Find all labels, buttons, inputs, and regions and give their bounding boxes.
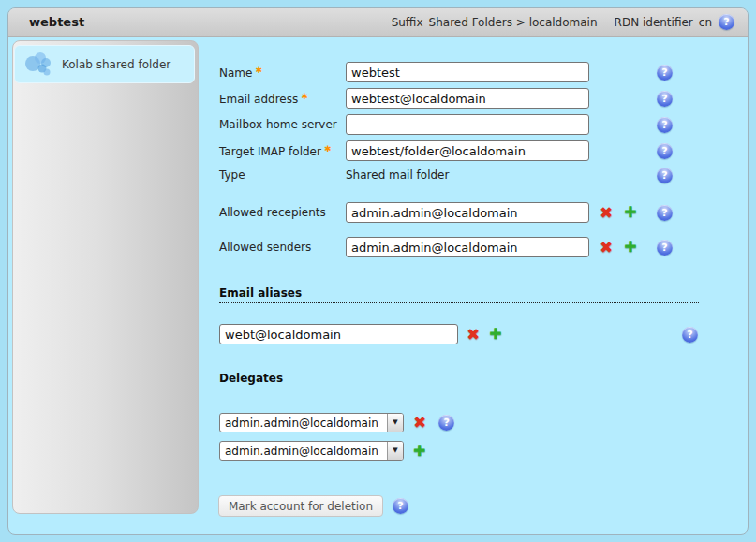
rdn-identifier-label: RDN identifier [615, 16, 693, 29]
email-address-label: Email address✱ [219, 92, 346, 106]
section-delegates-heading: Delegates [219, 372, 699, 388]
required-star-icon: ✱ [301, 92, 308, 101]
help-icon[interactable]: ? [657, 117, 673, 133]
form-row-allowed-senders: Allowed senders ✖ ✚ ? [219, 237, 637, 257]
required-star-icon: ✱ [255, 66, 262, 75]
delegate-select-value: admin.admin@localdomain [220, 417, 387, 430]
delegate-select[interactable]: admin.admin@localdomain ▼ [219, 441, 404, 461]
tab-label: Kolab shared folder [62, 58, 170, 71]
target-imap-folder-label: Target IMAP folder✱ [219, 144, 346, 158]
form-row-target-imap-folder: Target IMAP folder✱ ? [219, 140, 589, 161]
mailbox-home-server-input[interactable] [346, 114, 589, 135]
type-value: Shared mail folder [346, 168, 449, 182]
titlebar: webtest Suffix Shared Folders > localdom… [8, 8, 748, 37]
page-title: webtest [29, 15, 84, 29]
page: webtest Suffix Shared Folders > localdom… [0, 0, 756, 542]
add-delegate-icon[interactable]: ✚ [413, 444, 425, 459]
header-meta: Suffix Shared Folders > localdomain RDN … [392, 14, 734, 30]
add-entry-icon[interactable]: ✚ [624, 205, 636, 220]
help-icon[interactable]: ? [657, 205, 673, 221]
suffix-label: Suffix [392, 16, 423, 29]
tab-kolab-shared-folder[interactable]: Kolab shared folder [14, 45, 195, 83]
delete-alias-icon[interactable]: ✖ [467, 327, 480, 343]
help-icon[interactable]: ? [682, 327, 698, 343]
delegate-row: admin.admin@localdomain ▼ ✚ [219, 441, 425, 461]
kolab-shared-folder-icon [24, 51, 52, 79]
delegate-row: admin.admin@localdomain ▼ ✖ ? [219, 413, 454, 432]
target-imap-folder-input[interactable] [346, 140, 589, 161]
add-entry-icon[interactable]: ✚ [624, 240, 636, 255]
account-panel: webtest Suffix Shared Folders > localdom… [7, 7, 749, 535]
delegate-select-value: admin.admin@localdomain [220, 445, 387, 458]
help-icon[interactable]: ? [657, 240, 673, 256]
help-icon[interactable]: ? [657, 143, 673, 159]
section-email-aliases-heading: Email aliases [219, 286, 699, 303]
email-address-input[interactable] [346, 88, 589, 109]
help-icon[interactable]: ? [657, 65, 673, 81]
actions-row: Mark account for deletion ? [218, 495, 408, 517]
form-row-email-address: Email address✱ ? [219, 88, 589, 109]
form-row-allowed-recepients: Allowed recepients ✖ ✚ ? [219, 202, 637, 223]
form-row-type: Type Shared mail folder ? [219, 165, 449, 185]
delete-entry-icon[interactable]: ✖ [600, 205, 613, 221]
help-icon[interactable]: ? [657, 91, 673, 107]
allowed-senders-label: Allowed senders [219, 241, 346, 254]
suffix-value: Shared Folders > localdomain [429, 16, 598, 29]
form-row-name: Name✱ ? [219, 62, 589, 82]
delete-entry-icon[interactable]: ✖ [600, 240, 613, 256]
mailbox-home-server-label: Mailbox home server [219, 118, 346, 131]
type-label: Type [219, 168, 346, 182]
mark-deletion-button[interactable]: Mark account for deletion [218, 495, 383, 517]
delegate-select[interactable]: admin.admin@localdomain ▼ [219, 413, 404, 432]
help-icon[interactable]: ? [393, 498, 408, 514]
name-label: Name✱ [219, 66, 346, 80]
allowed-senders-input[interactable] [346, 237, 589, 257]
dropdown-arrow-icon: ▼ [387, 442, 403, 460]
email-alias-input[interactable] [219, 324, 458, 344]
help-icon[interactable]: ? [719, 14, 734, 30]
rdn-identifier-value: cn [699, 16, 712, 29]
email-alias-row: ✖ ✚ ? [219, 324, 502, 344]
dropdown-arrow-icon: ▼ [387, 414, 403, 432]
add-alias-icon[interactable]: ✚ [489, 327, 501, 342]
help-icon[interactable]: ? [657, 168, 673, 183]
required-star-icon: ✱ [324, 144, 332, 154]
sidebar [12, 40, 199, 514]
allowed-recepients-input[interactable] [346, 202, 589, 223]
allowed-recepients-label: Allowed recepients [219, 206, 346, 219]
name-input[interactable] [346, 62, 589, 82]
delete-delegate-icon[interactable]: ✖ [413, 415, 426, 431]
help-icon[interactable]: ? [438, 415, 454, 431]
form-row-mailbox-home-server: Mailbox home server ? [219, 114, 589, 135]
